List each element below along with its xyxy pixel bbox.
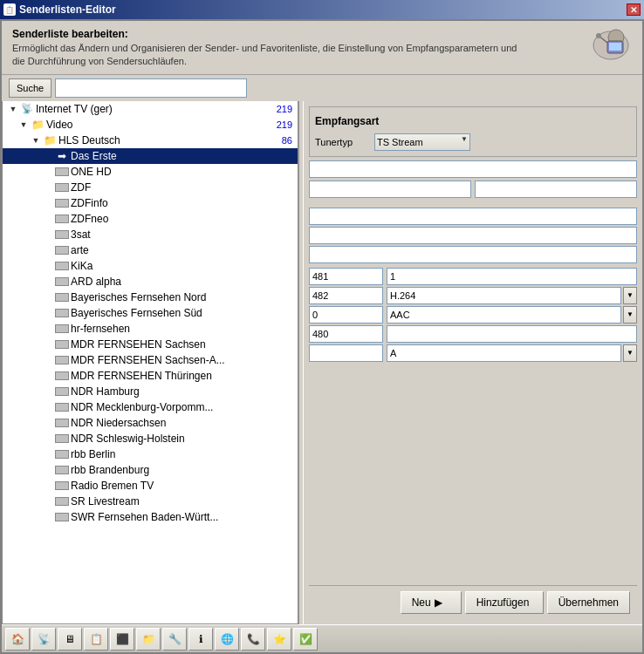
tree-item-ard-alpha[interactable]: ARD alpha [3,274,298,290]
pid-codec-2[interactable] [387,287,621,304]
codec-dropdown-btn-2[interactable]: ▼ [623,287,637,304]
expand-icon[interactable]: ▼ [17,118,31,132]
taskbar-btn-star[interactable]: ⭐ [267,628,291,651]
field-line2[interactable] [309,227,637,244]
tree-item-mdr-thueringen[interactable]: MDR FERNSEHEN Thüringen [3,368,298,384]
expand-icon[interactable]: ▼ [6,102,20,116]
channel-tree[interactable]: ▼ 📡 Internet TV (ger) 219 ▼ 📁 Video 219 … [2,101,298,624]
tunertyp-select[interactable]: TS Stream [374,133,470,151]
pid-value-4[interactable] [387,325,637,343]
tree-label: rbb Berlin [71,448,294,460]
taskbar-btn-list[interactable]: 📋 [84,628,108,651]
taskbar-btn-web[interactable]: 🌐 [215,628,239,651]
tree-item-ndr-mecklenburg[interactable]: NDR Mecklenburg-Vorpomm... [3,399,298,415]
pid-codec-3[interactable] [387,306,621,324]
tree-item-zdf[interactable]: ZDF [3,180,298,195]
apply-button[interactable]: Übernehmen [547,591,630,614]
tree-label: NDR Niedersachsen [71,417,294,429]
tree-item-ndr-niedersachsen[interactable]: NDR Niedersachsen [3,415,298,431]
header-icon [590,28,632,63]
tree-item-bayerisches-nord[interactable]: Bayerisches Fernsehen Nord [3,290,298,305]
taskbar-btn-square[interactable]: ⬛ [110,628,134,651]
tree-item-swr-fernsehen[interactable]: SWR Fernsehen Baden-Württ... [3,509,298,525]
channel-icon [55,167,69,176]
tree-label: MDR FERNSEHEN Sachsen [71,338,294,351]
svg-rect-3 [609,43,621,51]
tree-item-arte[interactable]: arte [3,242,298,258]
channel-icon [55,183,69,192]
url-input[interactable] [309,160,637,178]
name-input-2[interactable] [475,181,637,198]
taskbar-btn-settings[interactable]: 🔧 [162,628,187,651]
pid-codec-5[interactable] [387,344,621,362]
expand-icon[interactable]: ▼ [29,133,43,147]
new-dropdown-icon: ▶ [435,596,442,609]
tv-icon: 📡 [20,103,34,115]
tree-item-radio-bremen[interactable]: Radio Bremen TV [3,478,298,494]
tree-item-hls-deutsch[interactable]: ▼ 📁 HLS Deutsch 86 [3,133,298,148]
pid-input-3[interactable] [309,306,383,324]
field-line3[interactable] [309,246,637,263]
close-button[interactable]: ✕ [627,3,641,16]
tree-item-zdfinfo[interactable]: ZDFinfo [3,195,298,211]
svg-point-5 [596,33,601,38]
tree-item-hr-fernsehen[interactable]: hr-fernsehen [3,321,298,337]
tree-item-das-erste[interactable]: ➡ Das Erste [3,148,298,164]
tree-item-one-hd[interactable]: ONE HD [3,164,298,180]
header-heading: Senderliste bearbeiten: [12,28,518,40]
taskbar-btn-check[interactable]: ✅ [293,628,318,651]
pid-value-1[interactable] [387,268,637,285]
bottom-buttons: Neu ▶ Hinzufügen Übernehmen [309,585,637,619]
tree-item-bayerisches-sued[interactable]: Bayerisches Fernsehen Süd [3,305,298,321]
search-button[interactable]: Suche [9,78,51,98]
codec-dropdown-btn-3[interactable]: ▼ [623,306,637,324]
tree-item-rbb-brandenburg[interactable]: rbb Brandenburg [3,462,298,478]
window-icon: 📋 [3,3,16,16]
taskbar-btn-info[interactable]: ℹ [188,628,213,651]
channel-icon [55,371,69,380]
search-input[interactable] [55,78,247,98]
taskbar-btn-phone[interactable]: 📞 [241,628,265,651]
new-button[interactable]: Neu ▶ [401,591,462,614]
tree-item-ndr-schleswig[interactable]: NDR Schleswig-Holstein [3,431,298,446]
tree-item-zdfneo[interactable]: ZDFneo [3,211,298,227]
codec-dropdown-btn-5[interactable]: ▼ [623,344,637,362]
tree-label: HLS Deutsch [58,134,282,146]
tree-item-3sat[interactable]: 3sat [3,227,298,242]
tree-label: Internet TV (ger) [36,103,277,115]
tree-item-internet-tv[interactable]: ▼ 📡 Internet TV (ger) 219 [3,101,298,117]
pid-input-4[interactable] [309,325,383,343]
taskbar-btn-folder[interactable]: 📁 [136,628,161,651]
tree-label: 3sat [71,228,294,241]
taskbar-btn-antenna[interactable]: 📡 [31,628,56,651]
channel-icon [55,324,69,333]
pid-input-1[interactable] [309,268,383,285]
tree-item-mdr-sachsen-a[interactable]: MDR FERNSEHEN Sachsen-A... [3,352,298,368]
taskbar-btn-monitor[interactable]: 🖥 [58,628,82,651]
tree-label: Video [46,119,277,131]
tree-item-video[interactable]: ▼ 📁 Video 219 [3,117,298,133]
name-input-1[interactable] [309,181,471,198]
content-area: ▼ 📡 Internet TV (ger) 219 ▼ 📁 Video 219 … [2,101,642,624]
tree-item-rbb-berlin[interactable]: rbb Berlin [3,446,298,462]
field-line1[interactable] [309,208,637,225]
tree-item-sr-livestream[interactable]: SR Livestream [3,494,298,509]
multiline-section [309,208,637,265]
add-button[interactable]: Hinzufügen [465,591,544,614]
tree-label: SWR Fernsehen Baden-Württ... [71,511,294,523]
tunertyp-select-wrapper: TS Stream [374,133,470,151]
search-bar: Suche [2,75,642,101]
tree-item-kika[interactable]: KiKa [3,258,298,274]
tree-item-ndr-hamburg[interactable]: NDR Hamburg [3,384,298,399]
pid-input-5[interactable] [309,344,383,362]
tree-label: Radio Bremen TV [71,480,294,492]
expand-placeholder [41,149,55,163]
header-description: Ermöglicht das Ändern und Organisieren d… [12,42,518,69]
channel-icon [55,309,69,317]
taskbar-btn-home[interactable]: 🏠 [5,628,30,651]
tree-item-mdr-sachsen[interactable]: MDR FERNSEHEN Sachsen [3,337,298,352]
channel-icon [55,481,69,490]
arrow-icon: ➡ [55,150,69,162]
tree-count: 219 [277,104,294,114]
pid-input-2[interactable] [309,287,383,304]
